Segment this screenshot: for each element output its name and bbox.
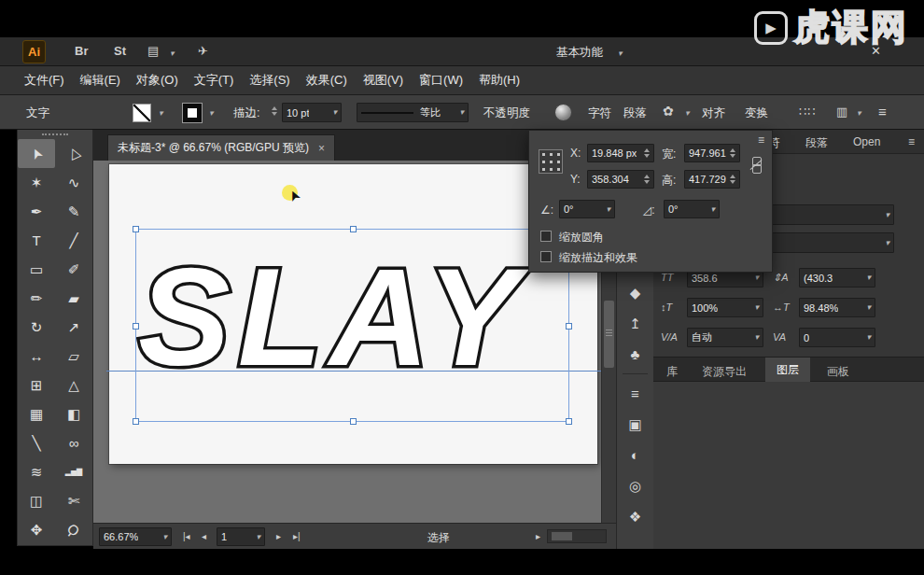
next-artboard-button[interactable]: ▸ bbox=[276, 531, 281, 541]
selection-handle[interactable] bbox=[133, 418, 139, 425]
share-icon[interactable]: ✈ bbox=[198, 44, 208, 58]
canvas[interactable]: SLAY ➤ bbox=[93, 161, 601, 523]
reference-point-locator[interactable] bbox=[539, 149, 563, 174]
tracking-select[interactable]: 0 ▾ bbox=[799, 328, 875, 347]
scale-tool[interactable]: ↗ bbox=[55, 313, 92, 342]
y-stepper[interactable] bbox=[644, 175, 650, 184]
menu-edit[interactable]: 编辑(E) bbox=[80, 72, 120, 89]
menu-type[interactable]: 文字(T) bbox=[194, 72, 234, 89]
character-link[interactable]: 字符 bbox=[588, 105, 611, 121]
horizontal-scrollbar[interactable] bbox=[547, 529, 607, 543]
lasso-tool[interactable]: ∿ bbox=[55, 168, 92, 197]
paintbrush-tool[interactable]: ✐ bbox=[55, 255, 92, 284]
selection-bounding-box[interactable] bbox=[135, 229, 569, 422]
blend-tool[interactable]: ∞ bbox=[55, 428, 92, 457]
chevron-down-icon[interactable]: ▾ bbox=[159, 109, 163, 118]
first-artboard-button[interactable]: |◂ bbox=[183, 531, 190, 541]
stroke-swatch[interactable] bbox=[183, 104, 202, 122]
artboard-number-select[interactable]: 1 ▾ bbox=[217, 527, 265, 546]
line-segment-tool[interactable]: ╱ bbox=[55, 226, 92, 255]
x-input[interactable]: 19.848 px bbox=[587, 144, 654, 162]
control-panel-menu-icon[interactable]: ≡ bbox=[878, 104, 887, 119]
selection-tool[interactable]: ➤ bbox=[18, 139, 55, 168]
selection-handle[interactable] bbox=[566, 418, 572, 425]
symbols-panel-icon[interactable]: ♣ bbox=[617, 339, 653, 370]
last-artboard-button[interactable]: ▸| bbox=[293, 531, 301, 541]
bridge-button[interactable]: Br bbox=[75, 44, 88, 58]
zoom-level-select[interactable]: 66.67% ▾ bbox=[99, 527, 172, 546]
mesh-tool[interactable]: ▦ bbox=[18, 400, 55, 428]
stroke-link[interactable]: 描边: bbox=[233, 105, 259, 121]
magic-wand-tool[interactable]: ✶ bbox=[18, 168, 55, 197]
menu-view[interactable]: 视图(V) bbox=[363, 72, 403, 89]
fill-swatch[interactable] bbox=[133, 104, 151, 122]
pen-tool[interactable]: ✒ bbox=[18, 197, 55, 226]
align-panel-icon[interactable]: ↥ bbox=[617, 308, 653, 339]
constrain-proportions-link-icon[interactable] bbox=[751, 157, 761, 174]
height-stepper[interactable] bbox=[730, 175, 735, 184]
chevron-down-icon[interactable]: ▾ bbox=[618, 49, 623, 58]
panel-menu-icon[interactable]: ≡ bbox=[758, 133, 764, 147]
previous-artboard-button[interactable]: ◂ bbox=[202, 531, 206, 541]
scroll-right-button[interactable]: ▸ bbox=[536, 531, 540, 541]
rectangle-tool[interactable]: ▭ bbox=[18, 255, 55, 284]
chevron-down-icon[interactable]: ▾ bbox=[685, 109, 690, 118]
slice-tool[interactable]: ✄ bbox=[55, 486, 92, 515]
perspective-grid-tool[interactable]: △ bbox=[55, 371, 92, 400]
gradient-tool[interactable]: ◧ bbox=[55, 400, 92, 428]
stroke-stepper[interactable] bbox=[272, 106, 277, 116]
x-stepper[interactable] bbox=[644, 148, 650, 158]
scale-strokes-checkbox[interactable] bbox=[540, 251, 552, 262]
transparency-panel-icon[interactable]: ◐ bbox=[617, 440, 653, 470]
zoom-tool[interactable]: Ϙ bbox=[55, 515, 92, 544]
selection-handle[interactable] bbox=[133, 323, 139, 330]
toolbar-grip[interactable] bbox=[18, 130, 92, 139]
selection-handle[interactable] bbox=[133, 226, 139, 232]
menu-file[interactable]: 文件(F) bbox=[24, 72, 64, 89]
shaper-tool[interactable]: ✏ bbox=[18, 284, 55, 313]
selection-handle[interactable] bbox=[350, 226, 357, 232]
width-profile-select[interactable]: 等比 ▾ bbox=[357, 103, 469, 122]
opacity-link[interactable]: 不透明度 bbox=[483, 105, 530, 121]
tab-library[interactable]: 库 bbox=[666, 364, 678, 380]
vertical-scrollbar-thumb[interactable] bbox=[604, 301, 614, 368]
arrange-documents-icon[interactable]: ▤ bbox=[147, 44, 159, 58]
direct-selection-tool[interactable]: ▷ bbox=[55, 139, 92, 168]
hand-tool[interactable]: ✥ bbox=[18, 515, 55, 544]
menu-effect[interactable]: 效果(C) bbox=[306, 72, 347, 89]
shape-builder-tool[interactable]: ⊞ bbox=[18, 371, 55, 400]
tab-asset-export[interactable]: 资源导出 bbox=[702, 364, 747, 380]
document-close-icon[interactable]: × bbox=[318, 142, 325, 155]
graphic-styles-panel-icon[interactable]: ❖ bbox=[617, 501, 653, 532]
symbol-sprayer-tool[interactable]: ≋ bbox=[18, 457, 55, 486]
eyedropper-tool[interactable]: ╲ bbox=[18, 428, 55, 457]
horizontal-scrollbar-thumb[interactable] bbox=[552, 532, 572, 540]
tab-opentype[interactable]: Open bbox=[853, 135, 880, 148]
free-transform-tool[interactable]: ▱ bbox=[55, 342, 92, 371]
workspace-switcher[interactable]: 基本功能 bbox=[556, 45, 603, 61]
stroke-panel-icon[interactable]: ◎ bbox=[617, 470, 653, 501]
vertical-scale-select[interactable]: 100% ▾ bbox=[687, 298, 763, 317]
selection-handle[interactable] bbox=[566, 323, 572, 330]
grid-dots-icon[interactable]: ∷∷ bbox=[799, 105, 817, 119]
globe-icon[interactable] bbox=[554, 104, 572, 121]
menu-object[interactable]: 对象(O) bbox=[136, 72, 178, 89]
width-input[interactable]: 947.961 bbox=[684, 144, 740, 162]
width-tool[interactable]: ↔ bbox=[18, 342, 55, 371]
horizontal-scale-select[interactable]: 98.48% ▾ bbox=[799, 298, 875, 317]
menu-select[interactable]: 选择(S) bbox=[249, 72, 289, 89]
menu-help[interactable]: 帮助(H) bbox=[479, 72, 520, 89]
curvature-tool[interactable]: ✎ bbox=[55, 197, 92, 226]
rotate-tool[interactable]: ↻ bbox=[18, 313, 55, 342]
selection-handle[interactable] bbox=[350, 418, 357, 425]
appearance-panel-icon[interactable]: ≡ bbox=[617, 378, 653, 409]
artboards-panel-icon[interactable]: ▣ bbox=[617, 409, 653, 440]
tab-paragraph[interactable]: 段落 bbox=[805, 135, 828, 151]
transform-link[interactable]: 变换 bbox=[745, 105, 768, 121]
shear-angle-select[interactable]: 0° ▾ bbox=[664, 200, 720, 218]
shape-options-icon[interactable]: ✿ bbox=[663, 104, 674, 119]
chevron-down-icon[interactable]: ▾ bbox=[209, 109, 214, 118]
artboard-tool[interactable]: ◫ bbox=[18, 486, 55, 515]
color-panel-icon[interactable]: ◆ bbox=[617, 277, 653, 308]
width-stepper[interactable] bbox=[730, 148, 735, 158]
